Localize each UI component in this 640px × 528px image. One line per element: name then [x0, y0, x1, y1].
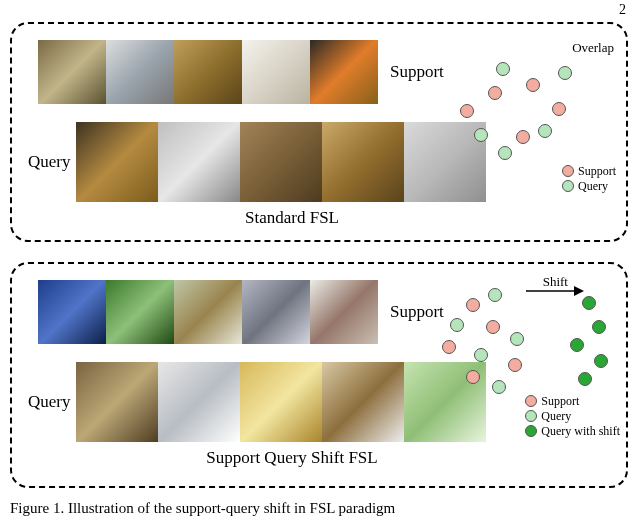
- support-point: [488, 86, 502, 100]
- query-point: [498, 146, 512, 160]
- query-image: [240, 122, 322, 202]
- legend-support-text: Support: [578, 164, 616, 178]
- legend-support: Support: [525, 394, 620, 409]
- support-image: [106, 280, 174, 344]
- support-image: [242, 40, 310, 104]
- support-point: [516, 130, 530, 144]
- support-image: [242, 280, 310, 344]
- legend: Support Query: [562, 164, 616, 194]
- shift-point: [582, 296, 596, 310]
- shift-point: [570, 338, 584, 352]
- scatter-standard: Overlap Support Query: [428, 32, 618, 202]
- query-point: [450, 318, 464, 332]
- legend-query: Query: [562, 179, 616, 194]
- support-image: [174, 280, 242, 344]
- query-label: Query: [28, 392, 70, 412]
- shift-point: [592, 320, 606, 334]
- shift-point: [594, 354, 608, 368]
- support-point: [460, 104, 474, 118]
- legend: Support Query Query with shift: [525, 394, 620, 439]
- query-image: [76, 122, 158, 202]
- support-images: [38, 40, 378, 104]
- figure-caption: Figure 1. Illustration of the support-qu…: [10, 500, 395, 517]
- query-image: [158, 122, 240, 202]
- query-point: [488, 288, 502, 302]
- legend-query-text: Query: [578, 179, 608, 193]
- query-image: [322, 362, 404, 442]
- query-point: [496, 62, 510, 76]
- support-images: [38, 280, 378, 344]
- shift-fsl-panel: Support Query Support Query Shift FSL Sh…: [10, 262, 628, 488]
- support-point: [442, 340, 456, 354]
- support-image: [310, 280, 378, 344]
- support-image: [310, 40, 378, 104]
- legend-support-text: Support: [541, 394, 579, 408]
- query-image: [158, 362, 240, 442]
- query-images: [76, 122, 486, 202]
- support-point: [508, 358, 522, 372]
- support-image: [174, 40, 242, 104]
- query-point: [558, 66, 572, 80]
- query-point: [510, 332, 524, 346]
- scatter-overlap-label: Overlap: [572, 40, 614, 56]
- support-image: [38, 40, 106, 104]
- support-image: [106, 40, 174, 104]
- support-image: [38, 280, 106, 344]
- legend-shift-text: Query with shift: [541, 424, 620, 438]
- svg-marker-1: [574, 286, 584, 296]
- legend-query-text: Query: [541, 409, 571, 423]
- query-point: [492, 380, 506, 394]
- panel-caption: Support Query Shift FSL: [92, 448, 492, 468]
- query-image: [322, 122, 404, 202]
- query-image: [76, 362, 158, 442]
- support-point: [552, 102, 566, 116]
- query-label: Query: [28, 152, 70, 172]
- support-point: [466, 370, 480, 384]
- legend-query: Query: [525, 409, 620, 424]
- page-number: 2: [619, 2, 626, 18]
- support-point: [466, 298, 480, 312]
- query-point: [474, 128, 488, 142]
- support-point: [526, 78, 540, 92]
- shift-point: [578, 372, 592, 386]
- shift-arrow-icon: [524, 282, 584, 300]
- scatter-shift: Shift Support Query Query with shift: [422, 272, 620, 440]
- legend-support: Support: [562, 164, 616, 179]
- legend-shift: Query with shift: [525, 424, 620, 439]
- query-point: [538, 124, 552, 138]
- query-image: [240, 362, 322, 442]
- query-point: [474, 348, 488, 362]
- support-point: [486, 320, 500, 334]
- panel-caption: Standard FSL: [92, 208, 492, 228]
- standard-fsl-panel: Support Query Standard FSL Overlap Suppo…: [10, 22, 628, 242]
